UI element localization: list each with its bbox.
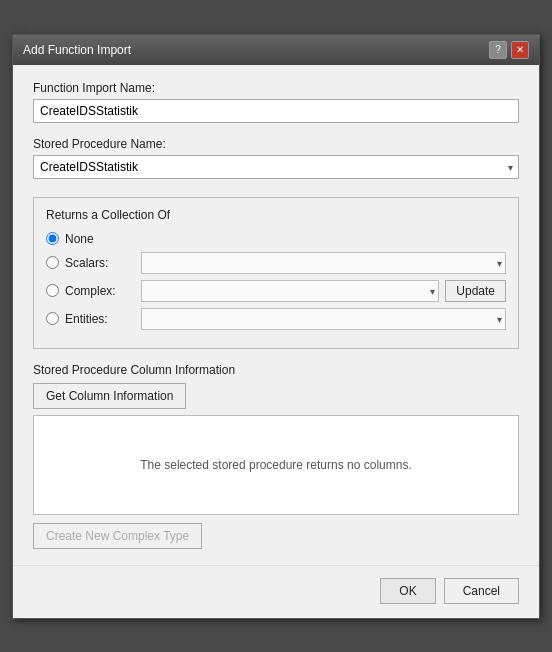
radio-complex-row: Complex: ▾ Update [46,280,506,302]
radio-complex[interactable] [46,284,59,297]
dialog-title: Add Function Import [23,43,131,57]
dialog-window: Add Function Import ? ✕ Function Import … [12,34,540,619]
column-info-text: The selected stored procedure returns no… [140,458,411,472]
close-button[interactable]: ✕ [511,41,529,59]
radio-scalars-label: Scalars: [65,256,135,270]
entities-inline: Entities: ▾ [65,308,506,330]
complex-inline: Complex: ▾ Update [65,280,506,302]
title-bar: Add Function Import ? ✕ [13,35,539,65]
complex-dropdown-wrapper: ▾ [141,280,439,302]
radio-entities-row: Entities: ▾ [46,308,506,330]
entities-dropdown[interactable] [141,308,506,330]
returns-collection-label: Returns a Collection Of [46,208,506,222]
update-button[interactable]: Update [445,280,506,302]
scalars-dropdown[interactable] [141,252,506,274]
title-bar-buttons: ? ✕ [489,41,529,59]
dialog-content: Function Import Name: Stored Procedure N… [13,65,539,565]
column-info-section: Stored Procedure Column Information Get … [33,363,519,549]
radio-scalars[interactable] [46,256,59,269]
radio-entities[interactable] [46,312,59,325]
radio-scalars-row: Scalars: ▾ [46,252,506,274]
column-info-box: The selected stored procedure returns no… [33,415,519,515]
dialog-footer: OK Cancel [13,565,539,618]
stored-procedure-dropdown-wrapper: CreateIDSStatistik ▾ [33,155,519,179]
create-complex-type-button[interactable]: Create New Complex Type [33,523,202,549]
stored-procedure-dropdown[interactable]: CreateIDSStatistik [33,155,519,179]
function-import-name-input[interactable] [33,99,519,123]
radio-none-row: None [46,232,506,246]
column-info-label: Stored Procedure Column Information [33,363,519,377]
stored-procedure-name-section: Stored Procedure Name: CreateIDSStatisti… [33,137,519,179]
radio-none[interactable] [46,232,59,245]
radio-complex-label: Complex: [65,284,135,298]
returns-collection-group: Returns a Collection Of None Scalars: ▾ [33,197,519,349]
radio-none-label: None [65,232,94,246]
stored-procedure-name-label: Stored Procedure Name: [33,137,519,151]
entities-dropdown-wrapper: ▾ [141,308,506,330]
scalars-inline: Scalars: ▾ [65,252,506,274]
radio-entities-label: Entities: [65,312,135,326]
function-import-name-section: Function Import Name: [33,81,519,123]
get-column-info-button[interactable]: Get Column Information [33,383,186,409]
ok-button[interactable]: OK [380,578,435,604]
complex-dropdown[interactable] [141,280,439,302]
scalars-dropdown-wrapper: ▾ [141,252,506,274]
help-button[interactable]: ? [489,41,507,59]
cancel-button[interactable]: Cancel [444,578,519,604]
function-import-name-label: Function Import Name: [33,81,519,95]
